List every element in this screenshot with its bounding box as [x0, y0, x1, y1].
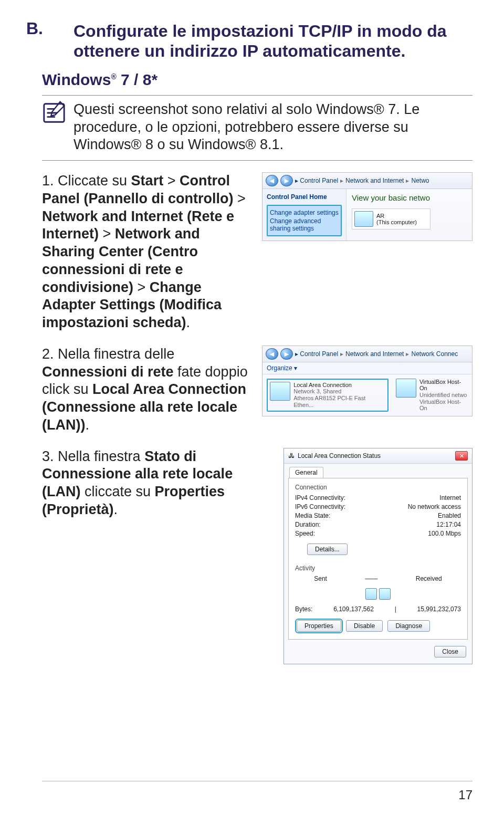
note-icon — [42, 101, 74, 154]
close-icon[interactable]: ✕ — [455, 451, 468, 461]
local-area-connection[interactable]: Local Area Connection Network 3, Shared … — [267, 379, 388, 412]
activity-group: Activity — [295, 565, 461, 572]
view-basic-link[interactable]: View your basic netwo — [352, 193, 467, 202]
step-2-row: 2. Nella finestra delle Connessioni di r… — [42, 346, 472, 434]
forward-button[interactable]: ► — [280, 348, 293, 360]
trademark-symbol: ® — [111, 72, 116, 81]
section-label: B. — [26, 19, 43, 38]
connection-group: Connection — [295, 484, 461, 491]
forward-button[interactable]: ► — [280, 175, 293, 186]
network-adapter-icon — [270, 382, 290, 401]
breadcrumb[interactable]: ▸ Control Panel▸Network and Internet▸Net… — [295, 177, 429, 184]
os-subheading: Windows® 7 / 8* — [42, 71, 472, 89]
step-2-text: 2. Nella finestra delle Connessioni di r… — [42, 346, 253, 434]
back-button[interactable]: ◄ — [266, 348, 278, 360]
breadcrumb[interactable]: ▸ Control Panel▸Network and Internet▸Net… — [295, 350, 458, 358]
back-button[interactable]: ◄ — [266, 175, 278, 186]
subheading-suffix: 7 / 8* — [117, 71, 158, 88]
change-adapter-link[interactable]: Change adapter settings — [270, 209, 339, 216]
screenshot-1: ◄ ► ▸ Control Panel▸Network and Internet… — [262, 172, 472, 241]
close-button[interactable]: Close — [434, 646, 466, 657]
step-3-row: 3. Nella finestra Stato di Connessione a… — [42, 448, 472, 664]
dash-icon: —— — [365, 575, 377, 582]
activity-icon — [365, 584, 391, 603]
step-3-text: 3. Nella finestra Stato di Connessione a… — [42, 448, 253, 519]
note-block: Questi screenshot sono relativi al solo … — [42, 95, 472, 161]
network-adapter-icon — [396, 379, 416, 398]
disable-button[interactable]: Disable — [346, 620, 383, 632]
step-3-number: 3. — [42, 448, 54, 464]
dialog-title: Local Area Connection Status — [298, 452, 381, 459]
virtualbox-connection[interactable]: VirtualBox Host-On Unidentified netwo Vi… — [396, 379, 468, 412]
sidebar-title: Control Panel Home — [267, 193, 342, 201]
details-button[interactable]: Details... — [307, 544, 348, 555]
note-text: Questi screenshot sono relativi al solo … — [74, 101, 472, 154]
screenshot-2: ◄ ► ▸ Control Panel▸Network and Internet… — [262, 346, 472, 416]
step-1-text: 1. Cliccate su Start > Control Panel (Pa… — [42, 172, 253, 332]
screenshot-3-dialog: 🖧 Local Area Connection Status ✕ General… — [284, 448, 472, 664]
network-icon: 🖧 — [288, 452, 295, 459]
footer-rule — [42, 781, 472, 781]
change-sharing-link[interactable]: Change advanced sharing settings — [270, 217, 339, 232]
subheading-prefix: Windows — [42, 71, 111, 88]
general-tab[interactable]: General — [289, 467, 323, 478]
computer-node: AR(This computer) — [352, 208, 430, 229]
step-1-number: 1. — [42, 173, 54, 189]
organize-menu[interactable]: Organize ▾ — [262, 362, 472, 374]
diagnose-button[interactable]: Diagnose — [387, 620, 430, 632]
section-heading: Configurate le impostazioni TCP/IP in mo… — [74, 21, 472, 61]
page-number: 17 — [458, 788, 472, 802]
properties-button[interactable]: Properties — [297, 620, 341, 632]
monitor-icon — [354, 211, 373, 227]
step-2-number: 2. — [42, 346, 54, 362]
highlighted-links: Change adapter settings Change advanced … — [267, 205, 342, 236]
step-1-row: 1. Cliccate su Start > Control Panel (Pa… — [42, 172, 472, 332]
